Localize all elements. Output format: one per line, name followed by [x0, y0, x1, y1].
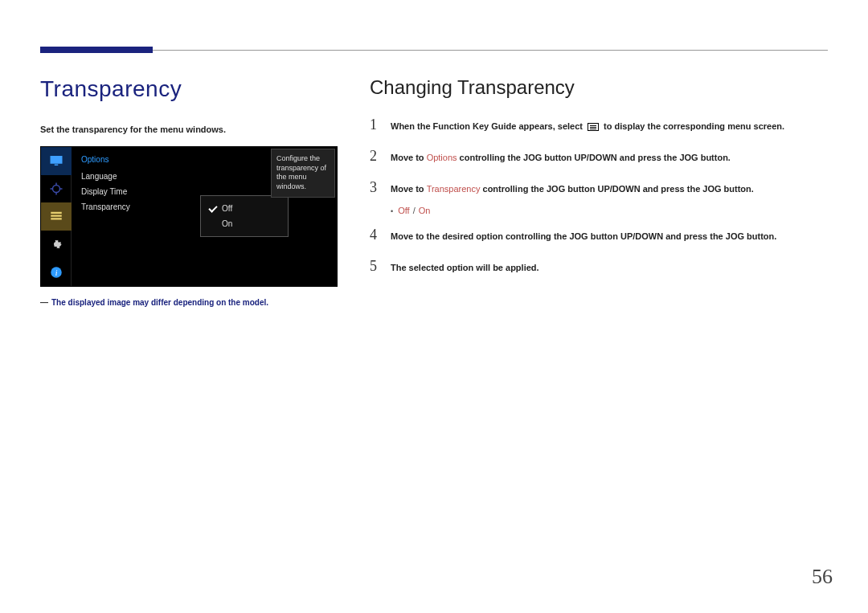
step-4: 4 Move to the desired option controlling…: [370, 227, 820, 243]
osd-popup: Off On: [200, 195, 289, 237]
text: controlling the JOG button UP/DOWN and p…: [457, 153, 731, 162]
osd-popup-option-on: On: [201, 216, 288, 231]
left-column: Transparency Set the transparency for th…: [40, 76, 354, 307]
info-icon: i: [41, 258, 72, 286]
text: When the Function Key Guide appears, sel…: [391, 121, 585, 131]
highlight: Transparency: [427, 184, 481, 194]
option-on: On: [419, 206, 431, 215]
svg-point-2: [53, 185, 60, 192]
target-icon: [41, 175, 72, 203]
menu-icon: [41, 202, 72, 231]
svg-rect-5: [51, 219, 62, 220]
osd-screenshot: i Options Language English Display Time …: [40, 146, 338, 287]
svg-rect-0: [51, 156, 63, 164]
step-number: 1: [370, 116, 381, 133]
step-5: 5 The selected option will be applied.: [370, 258, 820, 275]
step-text: Move to Options controlling the JOG butt…: [391, 152, 731, 164]
osd-popup-option-off: Off: [201, 201, 288, 216]
option-label: Off: [222, 204, 232, 213]
option-label: On: [222, 219, 232, 228]
slash: /: [413, 206, 416, 215]
header-accent: [40, 47, 153, 53]
page-number: 56: [812, 565, 833, 589]
osd-sidebar: i: [41, 147, 72, 286]
osd-label: Display Time: [81, 187, 127, 196]
osd-label: Transparency: [81, 202, 130, 211]
step-number: 5: [370, 258, 381, 275]
step-text: The selected option will be applied.: [391, 262, 539, 274]
check-icon: [208, 203, 217, 212]
note-text: The displayed image may differ depending…: [51, 298, 268, 307]
dash-icon: ―: [40, 298, 48, 307]
image-note: ―The displayed image may differ dependin…: [40, 298, 354, 307]
option-list: •Off/On: [391, 206, 820, 215]
step-number: 4: [370, 227, 381, 243]
section-heading: Changing Transparency: [370, 76, 820, 99]
option-off: Off: [398, 206, 409, 215]
svg-rect-3: [51, 212, 62, 214]
svg-rect-1: [55, 165, 59, 166]
step-3: 3 Move to Transparency controlling the J…: [370, 179, 820, 196]
svg-text:i: i: [55, 268, 58, 276]
right-column: Changing Transparency 1 When the Functio…: [370, 76, 820, 289]
text: Move to: [391, 153, 427, 162]
step-2: 2 Move to Options controlling the JOG bu…: [370, 148, 820, 165]
svg-rect-4: [51, 215, 62, 217]
step-number: 3: [370, 179, 381, 196]
monitor-icon: [41, 147, 72, 175]
osd-main: Options Language English Display Time Tr…: [72, 147, 337, 286]
text: to display the corresponding menu screen…: [601, 121, 784, 131]
step-text: Move to Transparency controlling the JOG…: [391, 183, 754, 195]
gear-icon: [41, 231, 72, 259]
step-1: 1 When the Function Key Guide appears, s…: [370, 116, 820, 133]
text: Move to: [391, 184, 427, 194]
menu-grid-icon: [588, 123, 599, 131]
osd-label: Language: [81, 172, 117, 181]
step-text: Move to the desired option controlling t…: [391, 231, 776, 243]
step-text: When the Function Key Guide appears, sel…: [391, 121, 784, 133]
header-divider: [40, 50, 828, 51]
highlight: Options: [427, 153, 457, 162]
step-number: 2: [370, 148, 381, 165]
page-title: Transparency: [40, 76, 354, 102]
bullet-icon: •: [391, 207, 393, 215]
osd-tooltip: Configure the transparency of the menu w…: [271, 149, 335, 198]
page-description: Set the transparency for the menu window…: [40, 125, 354, 134]
text: controlling the JOG button UP/DOWN and p…: [480, 184, 753, 194]
